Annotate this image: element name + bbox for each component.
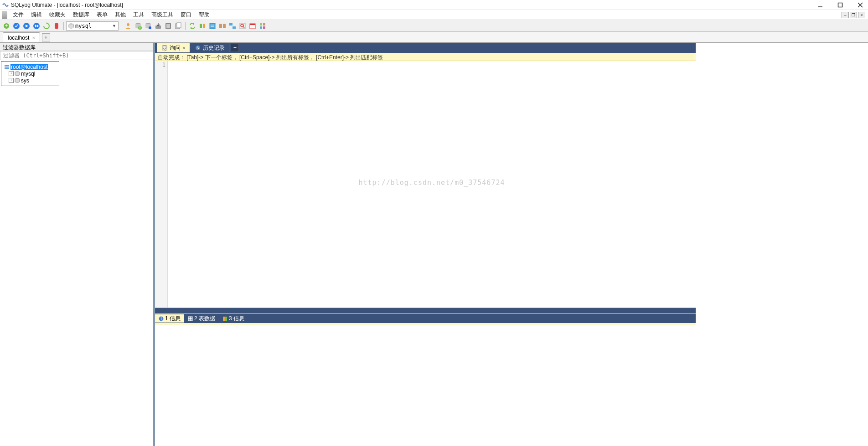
stop-icon[interactable] [52,21,61,31]
schema-compare-icon[interactable] [218,21,227,31]
info2-icon [222,316,227,321]
tab-query[interactable]: Q 询问 × [157,43,190,52]
horizontal-splitter[interactable] [155,308,696,314]
database-icon [68,23,74,29]
menu-advanced-tools[interactable]: 高级工具 [148,10,177,20]
line-gutter: 1 [155,61,168,308]
result-panel[interactable] [155,325,696,446]
expand-icon[interactable]: + [9,78,14,83]
svg-rect-33 [219,24,222,28]
svg-text:+: + [5,22,8,29]
create-database-icon[interactable]: + [134,21,143,31]
dropdown-icon[interactable]: ▼ [112,24,116,28]
database-icon [15,71,20,77]
refresh-icon[interactable] [42,21,51,31]
tree-item-sys[interactable]: + sys [2,77,58,84]
tab-history[interactable]: 历史记录 [190,43,230,52]
schema-designer-icon[interactable] [144,21,153,31]
tab-history-label: 历史记录 [203,44,225,52]
close-icon[interactable]: × [182,45,185,51]
gutter-line-1: 1 [155,62,167,68]
svg-rect-58 [223,317,225,321]
tab-query-label: 询问 [170,44,181,52]
import-icon[interactable] [164,21,173,31]
mdi-close-button[interactable]: × [858,12,865,18]
app-icon [2,1,9,9]
database-selector[interactable]: ▼ [66,21,119,31]
result-tab-info[interactable]: 3 信息 [219,314,248,323]
new-query-icon[interactable] [12,21,21,31]
svg-point-20 [149,26,151,29]
user-manager-icon[interactable] [124,21,133,31]
menu-other[interactable]: 其他 [111,10,129,20]
result-tab-messages[interactable]: i 1 信息 [155,314,184,323]
query-builder-icon[interactable] [208,21,217,31]
menu-tools[interactable]: 工具 [129,10,148,20]
filter-input-wrapper [0,51,153,60]
minimize-button[interactable] [814,1,826,9]
mdi-restore-button[interactable]: ❐ [850,12,857,18]
menu-favorites[interactable]: 收藏夹 [46,10,69,20]
filter-input[interactable] [0,51,153,60]
menu-edit[interactable]: 编辑 [27,10,46,20]
object-tree: root@localhost + mysql + sys [1,61,59,86]
mdi-minimize-button[interactable]: – [842,12,849,18]
svg-rect-25 [177,23,181,28]
execute-query-icon[interactable] [22,21,31,31]
menu-database[interactable]: 数据库 [69,10,93,20]
new-query-tab-button[interactable]: + [231,44,239,52]
svg-rect-41 [250,24,255,25]
connection-tab-label: localhost [8,35,29,41]
result-tab-table-data[interactable]: 2 表数据 [184,314,219,323]
query-editor[interactable]: 1 http://blog.csdn.net/m0_37546724 [155,61,696,308]
menu-help[interactable]: 帮助 [195,10,213,20]
close-button[interactable] [854,1,866,9]
history-icon [195,45,201,51]
menu-table[interactable]: 表单 [93,10,111,20]
watermark-text: http://blog.csdn.net/m0_37546724 [168,179,696,187]
svg-rect-47 [5,67,9,69]
toolbar-separator [185,22,186,30]
tree-item-mysql[interactable]: + mysql [2,70,58,77]
toolbar: + ▼ + [0,20,868,32]
query-tabs: Q 询问 × 历史记录 + [155,43,696,53]
backup-icon[interactable] [154,21,163,31]
settings-icon[interactable] [258,21,267,31]
calendar-icon[interactable] [248,21,257,31]
maximize-button[interactable] [834,1,846,9]
execute-all-icon[interactable] [32,21,41,31]
info-icon: i [159,316,164,321]
close-icon[interactable]: × [32,35,35,41]
sidebar: 过滤器数据库 root@localhost + mysql + sys [0,43,155,446]
tree-root[interactable]: root@localhost [2,63,58,70]
editor-body[interactable]: http://blog.csdn.net/m0_37546724 [168,61,696,308]
expand-icon[interactable]: + [9,71,14,76]
query-icon: Q [161,45,168,51]
database-input[interactable] [75,23,111,29]
menu-bar: 文件 编辑 收藏夹 数据库 表单 其他 工具 高级工具 窗口 帮助 – ❐ × [0,10,868,20]
menu-window[interactable]: 窗口 [177,10,195,20]
autocomplete-hint: 自动完成： [Tab]-> 下一个标签， [Ctrl+Space]-> 列出所有… [155,53,696,61]
sync-icon[interactable] [188,21,197,31]
result-tab-label: 2 表数据 [194,315,215,323]
toolbar-separator [121,22,121,30]
result-tab-label: 1 信息 [165,315,181,323]
menu-file[interactable]: 文件 [9,10,27,20]
svg-text:i: i [160,316,162,321]
tree-item-label: sys [21,77,29,84]
export-icon[interactable] [174,21,183,31]
find-icon[interactable] [238,21,247,31]
visual-data-compare-icon[interactable] [228,21,237,31]
svg-rect-1 [838,3,842,7]
database-icon [15,78,20,83]
svg-rect-44 [260,26,262,29]
window-title: SQLyog Ultimate - [localhost - root@loca… [11,2,123,8]
data-sync-icon[interactable] [198,21,207,31]
svg-text:+: + [138,24,141,30]
new-connection-icon[interactable]: + [2,21,11,31]
menubar-grip[interactable] [2,11,7,19]
svg-text:Q: Q [162,45,166,51]
connection-tab-localhost[interactable]: localhost × [3,32,40,42]
svg-rect-13 [55,23,58,29]
new-connection-tab-button[interactable]: + [42,33,50,41]
